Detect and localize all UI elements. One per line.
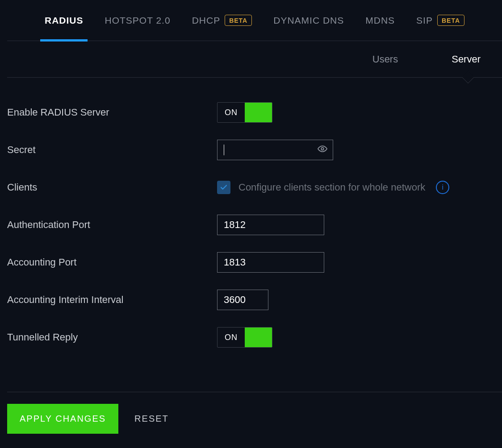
beta-badge: BETA bbox=[437, 15, 464, 26]
tab-radius[interactable]: RADIUS bbox=[45, 0, 84, 41]
tab-mdns[interactable]: MDNS bbox=[365, 0, 395, 41]
toggle-knob bbox=[245, 103, 272, 122]
row-clients: Clients Configure clients section for wh… bbox=[7, 169, 502, 206]
tab-dhcp[interactable]: DHCP BETA bbox=[192, 0, 252, 41]
tab-label: DHCP bbox=[192, 15, 221, 26]
sub-tabs: Users Server bbox=[7, 41, 502, 78]
enable-radius-label: Enable RADIUS Server bbox=[7, 107, 217, 118]
tab-label: DYNAMIC DNS bbox=[273, 15, 344, 26]
auth-port-input[interactable] bbox=[218, 215, 324, 235]
acct-port-input-wrap bbox=[217, 252, 324, 273]
auth-port-label: Authentication Port bbox=[7, 219, 217, 231]
info-icon[interactable]: i bbox=[436, 181, 449, 194]
sub-tab-server[interactable]: Server bbox=[452, 54, 481, 65]
row-secret: Secret bbox=[7, 131, 502, 169]
reset-button[interactable]: RESET bbox=[134, 414, 169, 424]
interval-label: Accounting Interim Interval bbox=[7, 294, 217, 306]
main-tabs: RADIUS HOTSPOT 2.0 DHCP BETA DYNAMIC DNS… bbox=[7, 0, 502, 41]
toggle-state: ON bbox=[218, 328, 245, 347]
tab-label: RADIUS bbox=[45, 15, 84, 26]
clients-label: Clients bbox=[7, 182, 217, 193]
tunnelled-label: Tunnelled Reply bbox=[7, 332, 217, 343]
tab-sip[interactable]: SIP BETA bbox=[416, 0, 464, 41]
svg-point-0 bbox=[321, 148, 324, 150]
enable-radius-toggle[interactable]: ON bbox=[217, 102, 272, 123]
tab-label: HOTSPOT 2.0 bbox=[105, 15, 170, 26]
tab-dynamic-dns[interactable]: DYNAMIC DNS bbox=[273, 0, 344, 41]
tunnelled-toggle[interactable]: ON bbox=[217, 327, 272, 348]
row-interval: Accounting Interim Interval bbox=[7, 281, 502, 319]
toggle-state: ON bbox=[218, 103, 245, 122]
tab-label: SIP bbox=[416, 15, 433, 26]
secret-label: Secret bbox=[7, 144, 217, 156]
secret-input[interactable] bbox=[218, 140, 333, 160]
acct-port-input[interactable] bbox=[218, 253, 324, 272]
tab-hotspot[interactable]: HOTSPOT 2.0 bbox=[105, 0, 170, 41]
acct-port-label: Accounting Port bbox=[7, 257, 217, 268]
beta-badge: BETA bbox=[225, 15, 252, 26]
row-enable-radius: Enable RADIUS Server ON bbox=[7, 94, 502, 131]
text-cursor bbox=[224, 145, 224, 155]
interval-input-wrap bbox=[217, 290, 268, 310]
row-acct-port: Accounting Port bbox=[7, 244, 502, 281]
interval-input[interactable] bbox=[218, 290, 268, 310]
row-auth-port: Authentication Port bbox=[7, 206, 502, 244]
clients-checkbox[interactable] bbox=[217, 181, 230, 194]
tab-label: MDNS bbox=[365, 15, 395, 26]
apply-changes-button[interactable]: APPLY CHANGES bbox=[7, 404, 118, 434]
secret-input-wrap bbox=[217, 140, 333, 160]
eye-icon[interactable] bbox=[318, 144, 327, 156]
check-icon bbox=[220, 183, 228, 191]
toggle-knob bbox=[245, 328, 272, 347]
form-footer: APPLY CHANGES RESET bbox=[7, 392, 502, 434]
row-tunnelled: Tunnelled Reply ON bbox=[7, 319, 502, 356]
radius-server-form: Enable RADIUS Server ON Secret Clients bbox=[0, 78, 502, 356]
auth-port-input-wrap bbox=[217, 215, 324, 235]
clients-check-label: Configure clients section for whole netw… bbox=[238, 182, 425, 193]
sub-tab-users[interactable]: Users bbox=[372, 54, 398, 65]
